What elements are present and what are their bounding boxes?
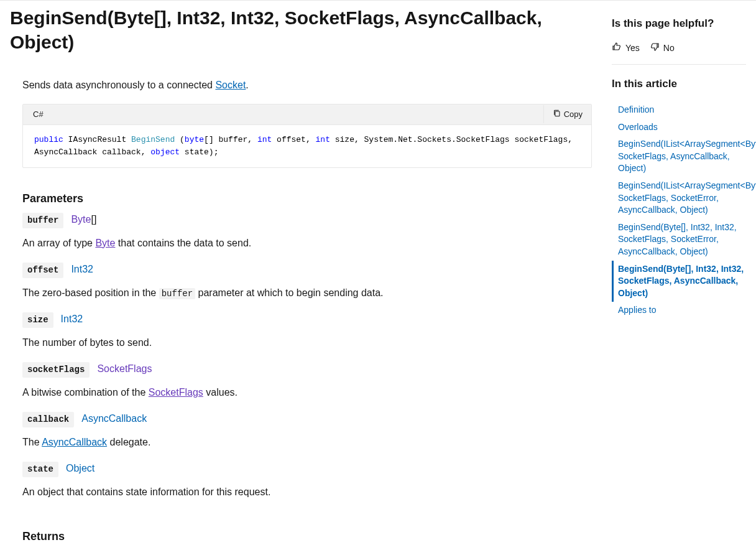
- parameter-type: AsyncCallback: [81, 413, 147, 424]
- parameter-block: stateObjectAn object that contains state…: [22, 461, 592, 500]
- doc-link[interactable]: AsyncCallback: [81, 413, 147, 424]
- parameter-name: callback: [22, 412, 74, 427]
- doc-link[interactable]: AsyncCallback: [42, 437, 107, 447]
- code-header: C# Copy: [23, 105, 591, 125]
- feedback-yes-button[interactable]: Yes: [612, 42, 640, 55]
- thumbs-down-icon: [650, 42, 660, 55]
- intro-paragraph: Sends data asynchronously to a connected…: [22, 78, 592, 93]
- doc-link[interactable]: Object: [66, 463, 94, 473]
- parameter-name: socketFlags: [22, 362, 90, 378]
- doc-link[interactable]: Int32: [61, 314, 83, 324]
- inline-code: buffer: [159, 288, 195, 299]
- parameter-block: callbackAsyncCallbackThe AsyncCallback d…: [22, 411, 592, 450]
- parameter-name: size: [22, 312, 53, 328]
- toc-item: BeginSend(IList<ArraySegment<Byte>>, Soc…: [612, 136, 746, 177]
- svg-rect-0: [555, 111, 560, 116]
- toc-item: Definition: [612, 101, 746, 119]
- copy-icon: [553, 109, 561, 119]
- sidebar-divider: [612, 64, 746, 65]
- parameter-type: Object: [66, 463, 94, 473]
- main-content: BeginSend(Byte[], Int32, Int32, SocketFl…: [10, 1, 612, 550]
- toc-link[interactable]: BeginSend(Byte[], Int32, Int32, SocketFl…: [612, 219, 746, 261]
- parameter-type: Int32: [71, 264, 93, 274]
- doc-link[interactable]: Int32: [71, 264, 93, 274]
- parameter-description: The AsyncCallback delegate.: [22, 435, 592, 450]
- parameter-description: An array of type Byte that contains the …: [22, 236, 592, 251]
- parameter-type: SocketFlags: [97, 363, 152, 374]
- doc-link[interactable]: SocketFlags: [149, 387, 203, 398]
- toc-link[interactable]: Definition: [612, 101, 746, 119]
- copy-button[interactable]: Copy: [543, 105, 591, 123]
- parameter-name: offset: [22, 263, 63, 278]
- toc-item: Applies to: [612, 302, 746, 319]
- toc-item: Overloads: [612, 119, 746, 136]
- toc-link[interactable]: Applies to: [612, 302, 746, 319]
- feedback-no-button[interactable]: No: [650, 42, 675, 55]
- toc-link[interactable]: BeginSend(IList<ArraySegment<Byte>>, Soc…: [612, 177, 746, 219]
- doc-link[interactable]: Byte: [71, 214, 91, 225]
- parameter-block: bufferByte[]An array of type Byte that c…: [22, 212, 592, 251]
- returns-heading: Returns: [22, 528, 592, 545]
- intro-socket-link[interactable]: Socket: [215, 80, 246, 90]
- code-block: C# Copy public IAsyncResult BeginSend (b…: [22, 104, 592, 168]
- parameter-name: buffer: [22, 213, 63, 228]
- parameter-description: The zero-based position in the buffer pa…: [22, 286, 592, 301]
- parameters-heading: Parameters: [22, 190, 592, 207]
- copy-label: Copy: [564, 110, 583, 119]
- doc-link[interactable]: Byte: [95, 238, 115, 248]
- parameter-block: offsetInt32The zero-based position in th…: [22, 262, 592, 301]
- parameter-description: The number of bytes to send.: [22, 335, 592, 350]
- toc-item: BeginSend(Byte[], Int32, Int32, SocketFl…: [612, 219, 746, 261]
- toc-link[interactable]: BeginSend(Byte[], Int32, Int32, SocketFl…: [612, 261, 746, 302]
- toc-item: BeginSend(IList<ArraySegment<Byte>>, Soc…: [612, 177, 746, 219]
- parameter-description: An object that contains state informatio…: [22, 485, 592, 500]
- page-title: BeginSend(Byte[], Int32, Int32, SocketFl…: [10, 6, 592, 54]
- code-sample: public IAsyncResult BeginSend (byte[] bu…: [23, 125, 591, 167]
- toc-heading: In this article: [612, 76, 746, 92]
- parameter-description: A bitwise combination of the SocketFlags…: [22, 385, 592, 400]
- parameter-block: socketFlagsSocketFlagsA bitwise combinat…: [22, 361, 592, 400]
- parameter-type: Byte[]: [71, 214, 96, 225]
- parameter-block: sizeInt32The number of bytes to send.: [22, 312, 592, 350]
- toc-list: DefinitionOverloadsBeginSend(IList<Array…: [612, 101, 746, 319]
- doc-link[interactable]: SocketFlags: [97, 363, 152, 374]
- sidebar: Is this page helpful? Yes No In: [612, 1, 746, 550]
- toc-link[interactable]: Overloads: [612, 119, 746, 136]
- toc-link[interactable]: BeginSend(IList<ArraySegment<Byte>>, Soc…: [612, 136, 746, 177]
- helpful-heading: Is this page helpful?: [612, 16, 746, 32]
- parameter-type: Int32: [61, 314, 83, 324]
- parameter-name: state: [22, 462, 58, 477]
- toc-item: BeginSend(Byte[], Int32, Int32, SocketFl…: [612, 261, 746, 302]
- thumbs-up-icon: [612, 42, 622, 55]
- code-language-label: C#: [23, 105, 53, 124]
- feedback-row: Yes No: [612, 42, 746, 55]
